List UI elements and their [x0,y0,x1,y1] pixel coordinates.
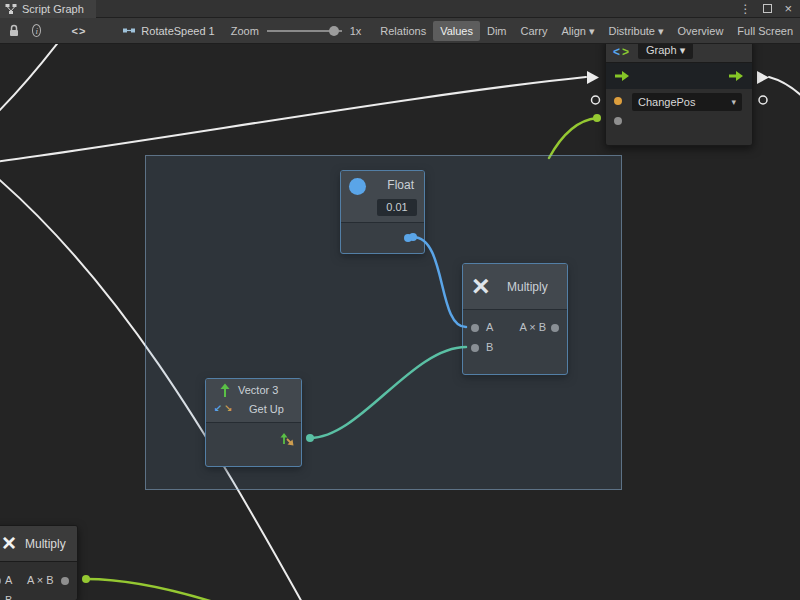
wire-end-circle-left-icon [592,96,600,104]
get-arrow-downright-icon: ↘ [224,403,232,414]
node-float-header[interactable]: Float 0.01 [341,171,424,223]
multiply-input-a-label: A [486,321,493,333]
node-multiply-partial-header[interactable]: × Multiply [0,526,77,562]
code-icon: < [613,45,620,59]
info-button[interactable]: i [32,24,41,37]
edit-code-button[interactable]: <> [71,25,86,37]
changepos-dropdown-value: ChangePos [638,96,696,108]
wire-green-bottom[interactable] [86,579,226,600]
wire-arrow-left-icon [587,71,599,84]
multiply-input-b-port[interactable] [471,344,479,352]
values-button[interactable]: Values [433,21,480,41]
multiply-output-label: A × B [519,321,546,333]
vector3-up-arrow-icon [219,383,231,398]
wire-white-topleft[interactable] [0,44,60,116]
zoom-slider[interactable] [267,30,342,32]
script-machine-icon [122,25,136,36]
node-multiply-title: Multiply [507,280,548,294]
window-maximize-button[interactable] [763,4,772,13]
lock-icon [8,24,20,37]
tab-script-graph[interactable]: Script Graph [0,0,96,18]
multiply-input-a-port[interactable] [471,324,479,332]
lock-button[interactable] [8,24,20,37]
wire-end-circle-right-icon [759,96,767,104]
graph-dropdown[interactable]: Graph ▾ [638,44,693,59]
multiply-input-b-label: B [486,341,493,353]
flow-input-arrow-icon[interactable] [614,70,630,82]
multiply-partial-input-a-port[interactable] [0,577,1,585]
window-titlebar: Script Graph ⋮ × [0,0,800,18]
event-variable-port[interactable] [614,97,622,105]
node-multiply-partial-title: Multiply [25,537,66,551]
flow-ports-row [606,63,752,89]
code-icon-right: > [622,45,629,59]
multiply-partial-output-port[interactable] [61,577,69,585]
node-vector3-header[interactable]: Vector 3 ↙ ↘ Get Up [206,379,301,423]
get-arrow-downleft-icon: ↙ [214,403,222,414]
vector3-type-label: Vector 3 [238,384,278,396]
window-title: Script Graph [22,3,84,15]
carry-button[interactable]: Carry [514,21,555,41]
multiply-icon: × [472,266,490,306]
node-multiply-header[interactable]: × Multiply [463,264,567,310]
toolbar-buttons: Relations Values Dim Carry Align ▾ Distr… [373,21,800,41]
multiply-icon: × [2,526,16,560]
wire-getup-to-multiply-b[interactable] [310,347,466,438]
graph-reference-breadcrumb[interactable]: RotateSpeed 1 [141,25,214,37]
changepos-dropdown[interactable]: ChangePos ▾ [632,93,742,111]
wire-green-bottom-dot [82,575,90,583]
multiply-partial-input-a-label: A [5,574,12,586]
zoom-label: Zoom [231,25,259,37]
multiply-partial-input-b-label: B [5,594,12,600]
align-dropdown[interactable]: Align ▾ [554,21,601,41]
wire-white-to-event-node[interactable] [0,77,586,162]
zoom-slider-handle[interactable] [329,26,339,36]
wire-green-event[interactable] [549,118,597,158]
wire-getup-start-dot [306,434,314,442]
script-graph-icon [5,3,17,15]
relations-button[interactable]: Relations [373,21,433,41]
float-output-port[interactable] [404,234,412,242]
chevron-down-icon: ▾ [731,97,736,107]
node-multiply-partial[interactable]: × Multiply A A × B B [0,525,78,600]
graph-toolbar: i <> RotateSpeed 1 Zoom 1x Relations Val… [0,18,800,44]
node-multiply[interactable]: × Multiply A A × B B [462,263,568,375]
multiply-output-port[interactable] [551,324,559,332]
node-event-header[interactable]: < > Graph ▾ [606,44,752,63]
float-type-icon [349,178,366,195]
wire-white-right-edge[interactable] [769,77,800,100]
overview-button[interactable]: Overview [671,21,731,41]
window-menu-button[interactable]: ⋮ [739,2,751,16]
node-vector3-title: Get Up [249,403,284,415]
dim-button[interactable]: Dim [480,21,514,41]
event-extra-port[interactable] [614,117,622,125]
vector3-output-port[interactable] [279,431,295,447]
wire-arrow-right-icon [757,71,769,84]
float-value-input[interactable]: 0.01 [377,199,417,216]
node-float[interactable]: Float 0.01 [340,170,425,254]
node-event-graph[interactable]: < > Graph ▾ ChangePos ▾ [605,44,753,146]
graph-canvas[interactable]: Float 0.01 × Multiply A A × B B Vector 3… [0,44,800,600]
node-vector3-get-up[interactable]: Vector 3 ↙ ↘ Get Up [205,378,302,467]
full-screen-button[interactable]: Full Screen [730,21,800,41]
wire-green-event-dot [593,114,601,122]
zoom-factor-label: 1x [350,25,362,37]
distribute-dropdown[interactable]: Distribute ▾ [601,21,670,41]
window-close-button[interactable]: × [784,1,792,16]
flow-output-arrow-icon[interactable] [728,70,744,82]
multiply-partial-output-label: A × B [27,574,54,586]
node-float-title: Float [387,178,414,192]
